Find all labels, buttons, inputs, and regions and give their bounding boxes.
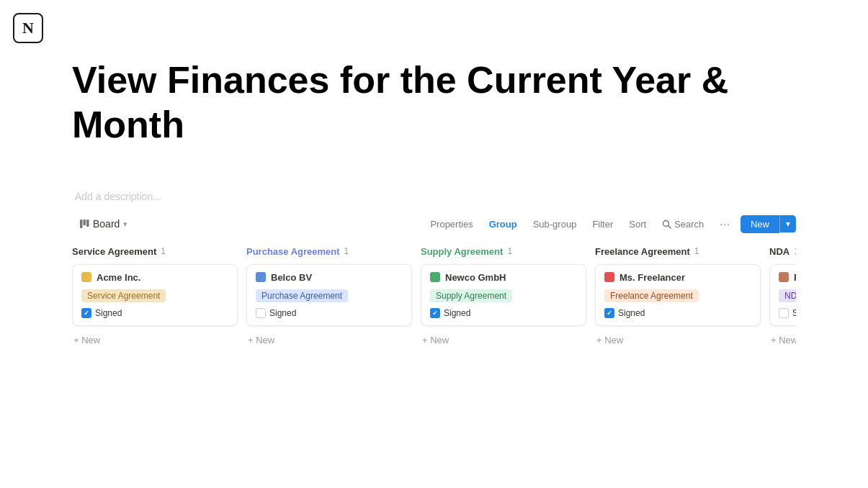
add-new-button[interactable]: + New bbox=[769, 332, 796, 348]
card-company: Prospect X bbox=[779, 272, 796, 283]
toolbar: Board ▾ Properties Group Sub-group Filte… bbox=[72, 215, 796, 233]
board-icon bbox=[79, 219, 89, 229]
group-button[interactable]: Group bbox=[483, 216, 523, 232]
notion-logo[interactable]: N bbox=[13, 13, 43, 43]
column-header-col-3: Supply Agreement1 bbox=[421, 246, 586, 257]
subgroup-button[interactable]: Sub-group bbox=[527, 216, 583, 232]
company-name: Newco GmbH bbox=[445, 272, 506, 283]
column-title: NDA bbox=[769, 246, 789, 257]
company-name: Ms. Freelancer bbox=[619, 272, 685, 283]
card-signed-row: Signed bbox=[779, 308, 796, 318]
svg-line-4 bbox=[668, 225, 671, 228]
company-name: Belco BV bbox=[271, 272, 312, 283]
add-new-button[interactable]: + New bbox=[421, 332, 586, 348]
board-card[interactable]: Acme Inc.Service AgreementSigned bbox=[72, 264, 238, 326]
column-count: 1 bbox=[161, 246, 166, 256]
card-signed-row: Signed bbox=[81, 308, 228, 318]
card-signed-row: Signed bbox=[604, 308, 751, 318]
board-card[interactable]: Newco GmbHSupply AgreementSigned bbox=[421, 264, 586, 326]
search-button[interactable]: Search bbox=[656, 216, 710, 232]
svg-rect-0 bbox=[80, 220, 83, 228]
new-button-group: New ▾ bbox=[741, 215, 796, 233]
card-tag: Supply Agreement bbox=[430, 289, 512, 302]
signed-checkbox[interactable] bbox=[604, 308, 614, 318]
signed-checkbox[interactable] bbox=[81, 308, 91, 318]
column-title: Service Agreement bbox=[72, 246, 156, 257]
board-column-col-4: Freelance Agreement1Ms. FreelancerFreela… bbox=[595, 246, 761, 348]
company-name: Prospect X bbox=[794, 272, 796, 283]
column-count: 1 bbox=[507, 246, 512, 256]
card-company: Belco BV bbox=[256, 272, 403, 283]
properties-button[interactable]: Properties bbox=[424, 216, 478, 232]
add-new-button[interactable]: + New bbox=[72, 332, 238, 348]
add-new-button[interactable]: + New bbox=[595, 332, 761, 348]
board-column-col-3: Supply Agreement1Newco GmbHSupply Agreem… bbox=[421, 246, 586, 348]
card-tag: NDA bbox=[779, 289, 796, 302]
card-company: Ms. Freelancer bbox=[604, 272, 751, 283]
signed-label: Signed bbox=[618, 308, 645, 318]
description-placeholder[interactable]: Add a description... bbox=[72, 191, 796, 202]
chevron-down-icon: ▾ bbox=[123, 220, 127, 229]
search-icon bbox=[662, 220, 671, 229]
toolbar-left: Board ▾ bbox=[72, 215, 135, 232]
new-main-button[interactable]: New bbox=[741, 215, 779, 233]
company-name: Acme Inc. bbox=[97, 272, 140, 283]
board: Service Agreement1Acme Inc.Service Agree… bbox=[72, 246, 796, 363]
board-card[interactable]: Prospect XNDASigned bbox=[769, 264, 796, 326]
column-title: Purchase Agreement bbox=[246, 246, 340, 257]
company-color-dot bbox=[430, 272, 440, 282]
column-header-col-1: Service Agreement1 bbox=[72, 246, 238, 257]
card-company: Newco GmbH bbox=[430, 272, 577, 283]
signed-checkbox[interactable] bbox=[256, 308, 266, 318]
add-new-button[interactable]: + New bbox=[246, 332, 412, 348]
signed-label: Signed bbox=[444, 308, 470, 318]
card-tag: Service Agreement bbox=[81, 289, 166, 302]
signed-label: Signed bbox=[792, 308, 796, 318]
sort-button[interactable]: Sort bbox=[623, 216, 652, 232]
board-card[interactable]: Ms. FreelancerFreelance AgreementSigned bbox=[595, 264, 761, 326]
board-column-col-2: Purchase Agreement1Belco BVPurchase Agre… bbox=[246, 246, 412, 348]
toolbar-right: Properties Group Sub-group Filter Sort S… bbox=[424, 215, 796, 233]
column-count: 1 bbox=[794, 246, 796, 256]
card-signed-row: Signed bbox=[256, 308, 403, 318]
board-column-col-1: Service Agreement1Acme Inc.Service Agree… bbox=[72, 246, 238, 348]
page-container: View Finances for the Current Year & Mon… bbox=[0, 0, 868, 363]
card-tag: Purchase Agreement bbox=[256, 289, 348, 302]
company-color-dot bbox=[779, 272, 789, 282]
svg-rect-2 bbox=[86, 220, 89, 227]
signed-checkbox[interactable] bbox=[430, 308, 440, 318]
signed-label: Signed bbox=[269, 308, 296, 318]
company-color-dot bbox=[604, 272, 614, 282]
more-options-button[interactable]: ··· bbox=[714, 215, 736, 232]
signed-label: Signed bbox=[95, 308, 122, 318]
card-company: Acme Inc. bbox=[81, 272, 228, 283]
board-column-col-5: NDA1Prospect XNDASigned+ New bbox=[769, 246, 796, 348]
new-dropdown-button[interactable]: ▾ bbox=[779, 215, 796, 232]
column-title: Freelance Agreement bbox=[595, 246, 690, 257]
card-signed-row: Signed bbox=[430, 308, 577, 318]
page-title: View Finances for the Current Year & Mon… bbox=[72, 58, 796, 148]
column-count: 1 bbox=[344, 246, 349, 256]
column-header-col-4: Freelance Agreement1 bbox=[595, 246, 761, 257]
signed-checkbox[interactable] bbox=[779, 308, 789, 318]
company-color-dot bbox=[256, 272, 266, 282]
board-view-button[interactable]: Board ▾ bbox=[72, 215, 135, 232]
company-color-dot bbox=[81, 272, 91, 282]
svg-rect-1 bbox=[84, 220, 86, 225]
filter-button[interactable]: Filter bbox=[586, 216, 619, 232]
card-tag: Freelance Agreement bbox=[604, 289, 699, 302]
column-header-col-2: Purchase Agreement1 bbox=[246, 246, 412, 257]
column-title: Supply Agreement bbox=[421, 246, 503, 257]
column-count: 1 bbox=[694, 246, 699, 256]
board-card[interactable]: Belco BVPurchase AgreementSigned bbox=[246, 264, 412, 326]
column-header-col-5: NDA1 bbox=[769, 246, 796, 257]
